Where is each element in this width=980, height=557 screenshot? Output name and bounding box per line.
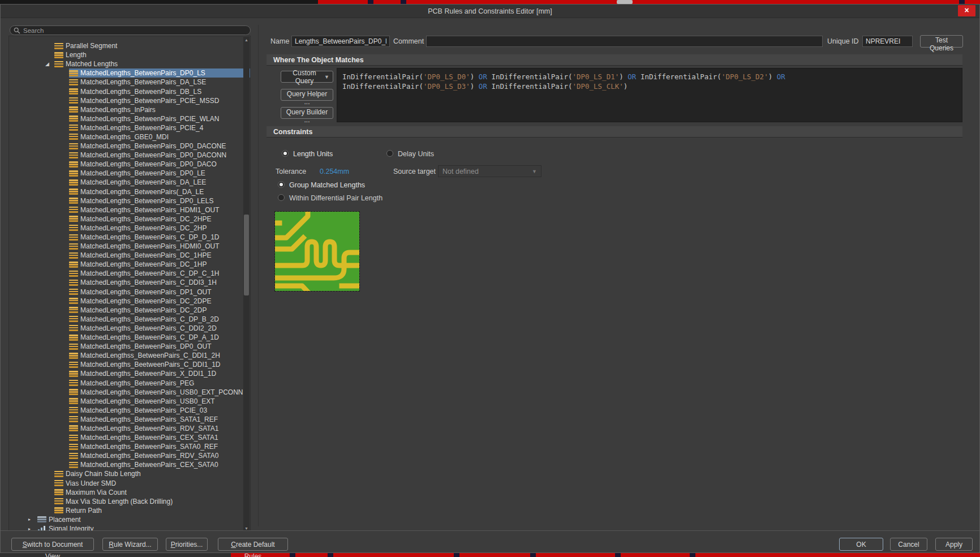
chevron-down-icon: ▼ <box>324 74 329 80</box>
query-mode-dropdown[interactable]: Custom Query ▼ <box>281 71 333 83</box>
tree-item-return-path[interactable]: Return Path <box>9 506 250 515</box>
tree-item-matchedlengths-betweenpairs-dc-1hp[interactable]: MatchedLengths_BetweenPairs_DC_1HP <box>9 260 250 269</box>
tree-item-matchedlengths-betweenpairs-c-dp-a-1d[interactable]: MatchedLengths_BetweenPairs_C_DP_A_1D <box>9 333 250 342</box>
tree-item-matchedlengths-betweenpairs-dp0-daco[interactable]: MatchedLengths_BetweenPairs_DP0_DACO <box>9 160 250 169</box>
within-diff-pair-radio[interactable] <box>278 194 285 201</box>
tree-item-matchedlengths-betweenpairs-peg[interactable]: MatchedLengths_BetweenPairs_PEG <box>9 378 250 387</box>
tree-item-matchedlengths-betweenpairs-x-ddi1-1d[interactable]: MatchedLengths_BetweenPairs_X_DDI1_1D <box>9 369 250 378</box>
tree-item-matchedlengths-betweenpairs-dc-2hp[interactable]: MatchedLengths_BetweenPairs_DC_2HP <box>9 224 250 233</box>
rule-icon <box>69 225 78 231</box>
tree-item-matchedlengths-betweenpairs-usb0-ext[interactable]: MatchedLengths_BetweenPairs_USB0_EXT <box>9 397 250 406</box>
close-button[interactable]: × <box>958 5 975 16</box>
tree-item-matchedlengths-betweenpairs-dp0-lels[interactable]: MatchedLengths_BetweenPairs_DP0_LELS <box>9 196 250 205</box>
tree-item-matchedlengths-betweenpairs-usb0-ext-pconn[interactable]: MatchedLengths_BetweenPairs_USB0_EXT_PCO… <box>9 388 250 397</box>
tree-item-matchedlengths-betweenpairs-dc-2dpe[interactable]: MatchedLengths_BetweenPairs_DC_2DPE <box>9 297 250 306</box>
length-units-radio[interactable] <box>282 150 289 157</box>
tree-item-length[interactable]: Length <box>9 50 250 59</box>
tree-item-matched-lengths[interactable]: ◢Matched Lengths <box>9 59 250 68</box>
tree-item-matchedlengths-betweenpairs-pcie-mssd[interactable]: MatchedLengths_BetweenPairs_PCIE_MSSD <box>9 96 250 105</box>
delay-units-radio[interactable] <box>386 150 393 157</box>
tree-collapsed-arrow-icon[interactable]: ▸ <box>28 517 37 522</box>
tree-item-daisy-chain-stub-length[interactable]: Daisy Chain Stub Length <box>9 469 250 478</box>
tree-item-matchedlengths-betweenpairs-hdmi0-out[interactable]: MatchedLengths_BetweenPairs_HDMI0_OUT <box>9 242 250 251</box>
tree-item-matchedlengths-betweenpairs-dc-2dp[interactable]: MatchedLengths_BetweenPairs_DC_2DP <box>9 306 250 315</box>
test-queries-button[interactable]: Test Queries <box>920 35 963 48</box>
tree-item-matchedlengths-betweenpairs-da-lee[interactable]: MatchedLengths_BetweenPairs_DA_LEE <box>9 178 250 187</box>
apply-button[interactable]: Apply <box>935 538 973 551</box>
tree-item-matchedlengths-inpairs[interactable]: MatchedLengths_InPairs <box>9 105 250 114</box>
tree-item-matchedlengths-betweenpairs-c-dp-c-1h[interactable]: MatchedLengths_BetweenPairs_C_DP_C_1H <box>9 269 250 278</box>
tree-item-matchedlengths-betweenpairs-sata1-ref[interactable]: MatchedLengths_BetweenPairs_SATA1_REF <box>9 415 250 424</box>
tree-item-matchedlengths-betweenpairs-dp0-out[interactable]: MatchedLengths_BetweenPairs_DP0_OUT <box>9 342 250 351</box>
tree-item-matchedlengths-betweenpairs-dp0-daconn[interactable]: MatchedLengths_BetweenPairs_DP0_DACONN <box>9 151 250 160</box>
rules-tree[interactable]: Parallel SegmentLength◢Matched LengthsMa… <box>8 36 251 533</box>
tolerance-value[interactable]: 0.254mm <box>320 166 349 177</box>
source-target-dropdown[interactable]: Not defined ▼ <box>438 165 541 177</box>
tree-item-content: MatchedLengths_BetweenPairs_SATA0_REF <box>69 442 250 451</box>
tree-item-matchedlengths-betweenpairs-sata0-ref[interactable]: MatchedLengths_BetweenPairs_SATA0_REF <box>9 442 250 451</box>
tree-item-matchedlengths-betweenpairs-dc-2hpe[interactable]: MatchedLengths_BetweenPairs_DC_2HPE <box>9 215 250 224</box>
tree-scrollbar[interactable]: ▲ ▼ <box>243 37 250 532</box>
tree-item-matchedlengths-betweenpairs-dp1-out[interactable]: MatchedLengths_BetweenPairs_DP1_OUT <box>9 288 250 297</box>
tree-item-matchedlengths-betweenpairs-c-dp-d-1d[interactable]: MatchedLengths_BetweenPairs_C_DP_D_1D <box>9 233 250 242</box>
cancel-button[interactable]: Cancel <box>890 538 927 551</box>
group-matched-lengths-radio[interactable] <box>278 181 285 188</box>
tree-item-matchedlengths-betweenpairs-dp0-dacone[interactable]: MatchedLengths_BetweenPairs_DP0_DACONE <box>9 142 250 151</box>
tree-item-matchedlengths-betweenpairs-pcie-03[interactable]: MatchedLengths_BetweenPairs_PCIE_03 <box>9 406 250 415</box>
unique-id-input[interactable] <box>862 36 913 47</box>
tree-item-content: MatchedLengths_BetweenPairs_PCIE_03 <box>69 406 250 415</box>
tree-item-maximum-via-count[interactable]: Maximum Via Count <box>9 488 250 497</box>
tree-item-placement[interactable]: ▸Placement <box>9 515 250 524</box>
tree-item-label: MatchedLengths_BetweenPairs_PCIE_WLAN <box>80 115 219 123</box>
query-text-token: InDifferentialPair( <box>342 82 423 91</box>
tree-item-matchedlengths-betweenpairs-c-ddi3-1h[interactable]: MatchedLengths_BetweenPairs_C_DDI3_1H <box>9 278 250 287</box>
tree-item-matchedlengths-betweenpairs-da-le[interactable]: MatchedLengths_BetweenPairs(_DA_LE <box>9 187 250 196</box>
tree-item-matchedlengths-beetweenpairs-c-ddi1-1d[interactable]: MatchedLengths_BeetweenPairs_C_DDI1_1D <box>9 360 250 369</box>
custom-query-editor[interactable]: InDifferentialPair('DP0_LS_D0') OR InDif… <box>337 68 962 122</box>
tree-item-matchedlengths-betweenpairs-pcie-wlan[interactable]: MatchedLengths_BetweenPairs_PCIE_WLAN <box>9 114 250 123</box>
tree-item-matchedlengths-betweenpairs-c-dp-b-2d[interactable]: MatchedLengths_BetweenPairs_C_DP_B_2D <box>9 315 250 324</box>
dialog-titlebar[interactable]: PCB Rules and Constraints Editor [mm] × <box>1 5 979 18</box>
rule-wizard-button[interactable]: Rule Wizard... <box>102 538 158 551</box>
tree-item-label: MatchedLengths_BetweenPairs_DC_2HPE <box>80 215 211 223</box>
ok-button[interactable]: OK <box>839 538 883 551</box>
tree-scrollbar-thumb[interactable] <box>244 215 249 295</box>
query-builder-button[interactable]: Query Builder ... <box>281 107 333 119</box>
tree-item-label: MatchedLengths_BetweenPairs_C_DP_C_1H <box>80 269 219 277</box>
rule-search-box[interactable] <box>10 25 251 35</box>
tree-item-matchedlengths-betweenpairs-cex-sata1[interactable]: MatchedLengths_BetweenPairs_CEX_SATA1 <box>9 433 250 442</box>
tree-item-matchedlengths-betweenpairs-da-lse[interactable]: MatchedLengths_BetweenPairs_DA_LSE <box>9 78 250 87</box>
tree-item-label: MatchedLengths_BetweenPairs_HDMI1_OUT <box>80 206 219 214</box>
search-input[interactable] <box>23 27 247 34</box>
tree-item-matchedlengths-betweenpairs-dp0-le[interactable]: MatchedLengths_BetweenPairs_DP0_LE <box>9 169 250 178</box>
switch-to-document-view-button[interactable]: Switch to Document View <box>11 538 94 551</box>
tree-item-content: MatchedLengths_BetweenPairs_DP0_LE <box>69 169 250 178</box>
tree-item-matchedlengths-betweenpairs-rdv-sata1[interactable]: MatchedLengths_BetweenPairs_RDV_SATA1 <box>9 424 250 433</box>
priorities-button[interactable]: Priorities... <box>166 538 208 551</box>
tree-item-label: MatchedLengths_BetweenPairs_PEG <box>80 379 194 387</box>
scroll-up-icon[interactable]: ▲ <box>243 37 250 44</box>
tree-item-matchedlengths-gbe0-mdi[interactable]: MatchedLengths_GBE0_MDI <box>9 132 250 142</box>
tree-item-matchedlengths-betweenpairs-dc-1hpe[interactable]: MatchedLengths_BetweenPairs_DC_1HPE <box>9 251 250 260</box>
screen: PCB Rules and Constraints Editor [mm] × … <box>0 0 980 557</box>
rule-icon <box>69 307 78 313</box>
tree-item-content: MatchedLengths_BetweenPairs_CEX_SATA0 <box>69 460 250 469</box>
comment-input[interactable] <box>426 36 823 47</box>
rule-name-input[interactable] <box>291 36 390 47</box>
tree-item-max-via-stub-length-back-drilling[interactable]: Max Via Stub Length (Back Drilling) <box>9 497 250 506</box>
panel-splitter[interactable] <box>258 25 259 526</box>
tree-item-matchedlengths-betweenpairs-pcie-4[interactable]: MatchedLengths_BetweenPairs_PCIE_4 <box>9 123 250 132</box>
rule-icon <box>69 234 78 241</box>
tree-item-matchedlengthss-betweenpairs-c-ddi1-2h[interactable]: MatchedLengthss_BetweenPairs_C_DDI1_2H <box>9 351 250 360</box>
tree-item-matchedlengths-betweenpairs-dp0-ls[interactable]: MatchedLengths_BetweenPairs_DP0_LS <box>9 68 250 78</box>
tree-item-matchedlengths-betweenpairs-db-ls[interactable]: MatchedLengths_BetweenPairs_DB_LS <box>9 87 250 96</box>
tree-item-matchedlengths-betweenpairs-hdmi1-out[interactable]: MatchedLengths_BetweenPairs_HDMI1_OUT <box>9 205 250 215</box>
tree-item-matchedlengths-betweenpairs-rdv-sata0[interactable]: MatchedLengths_BetweenPairs_RDV_SATA0 <box>9 451 250 460</box>
query-helper-button[interactable]: Query Helper ... <box>281 89 333 101</box>
create-default-rules-button[interactable]: Create Default Rules <box>218 538 288 551</box>
tree-item-matchedlengths-betweenpairs-c-ddi2-2d[interactable]: MatchedLengths_BetweenPairs_C_DDI2_2D <box>9 324 250 333</box>
tree-item-matchedlengths-betweenpairs-cex-sata0[interactable]: MatchedLengths_BetweenPairs_CEX_SATA0 <box>9 460 250 469</box>
tree-item-vias-under-smd[interactable]: Vias Under SMD <box>9 479 250 488</box>
tree-item-parallel-segment[interactable]: Parallel Segment <box>9 41 250 50</box>
tree-expanded-arrow-icon[interactable]: ◢ <box>45 61 54 67</box>
